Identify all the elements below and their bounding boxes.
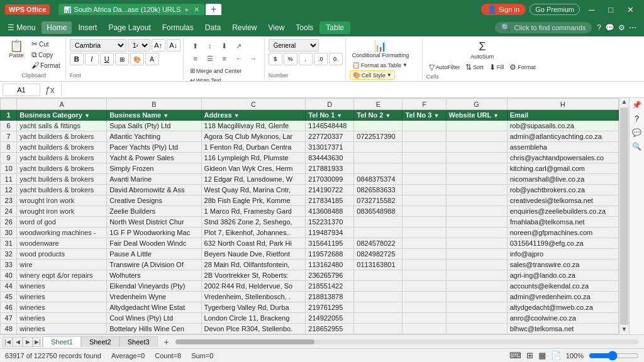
percent-btn[interactable]: %: [284, 53, 297, 65]
comma-btn[interactable]: ,: [299, 53, 313, 65]
cell-d[interactable]: 113162480: [306, 260, 354, 270]
cell-d[interactable]: 227720337: [306, 131, 354, 142]
table-row[interactable]: 9yacht builders & brokersYacht & Power S…: [1, 153, 619, 163]
cell-e[interactable]: [354, 270, 402, 281]
cell-g[interactable]: [446, 185, 507, 195]
row-number[interactable]: 45: [1, 292, 17, 302]
cell-e[interactable]: 0824982725: [354, 249, 402, 260]
cell-f[interactable]: [402, 153, 446, 163]
document-tab[interactable]: 📊 South Africa Da...ase (120k) URLS ● ✕: [58, 4, 204, 15]
cell-f[interactable]: [402, 238, 446, 249]
cell-h[interactable]: enquiries@zeeliebuilders.co.za: [507, 206, 618, 217]
sheet-nav-next[interactable]: ▶: [23, 337, 33, 347]
table-row[interactable]: 44wineriesEikendal Vineyards (Pty)2002 R…: [1, 281, 619, 292]
format-as-table-button[interactable]: 📋 Format as Table ▼: [350, 61, 410, 69]
cell-e[interactable]: 0722517390: [354, 131, 402, 142]
sheet-tab-1[interactable]: Sheet1: [43, 336, 81, 347]
cell-b[interactable]: Supa Sails (Pty) Ltd: [107, 121, 201, 131]
sheet-tab-2[interactable]: Sheet2: [81, 336, 119, 347]
cell-h[interactable]: noreen@gfpmachines.com: [507, 228, 618, 238]
right-panel-icon-3[interactable]: 💬: [632, 128, 641, 137]
cell-h[interactable]: creativedesi@telkomsa.net: [507, 195, 618, 206]
cell-h[interactable]: fmahlaba@telkomsa.net: [507, 217, 618, 228]
cell-e[interactable]: [354, 217, 402, 228]
cell-b[interactable]: Creative Designs: [107, 195, 201, 206]
right-panel-icon-4[interactable]: 🔍: [632, 142, 641, 151]
cell-e[interactable]: [354, 292, 402, 302]
cell-b[interactable]: Fair Deal Wooden Windc: [107, 238, 201, 249]
row-number[interactable]: 44: [1, 281, 17, 292]
align-middle-btn[interactable]: ↕: [203, 40, 217, 52]
cell-a[interactable]: wineries: [17, 324, 107, 334]
cell-d[interactable]: 218551422: [306, 281, 354, 292]
cell-c[interactable]: 1 Fenton Rd, Durban Centra: [201, 142, 306, 153]
cell-a[interactable]: yacht builders & brokers: [17, 142, 107, 153]
table-row[interactable]: 32wood productsPause A LittleBeyers Naud…: [1, 249, 619, 260]
cell-a[interactable]: yacht builders & brokers: [17, 174, 107, 185]
cell-f[interactable]: [402, 195, 446, 206]
cell-e[interactable]: 0824578022: [354, 238, 402, 249]
cell-c[interactable]: Plot 7, Eikenhof, Johannes..: [201, 228, 306, 238]
tab-view[interactable]: View: [264, 21, 290, 34]
cell-c[interactable]: R310 Baden Powell Dve, Ste: [201, 334, 306, 335]
header-cell-b[interactable]: Business Name ▼: [107, 110, 201, 121]
cell-a[interactable]: wineries: [17, 292, 107, 302]
cell-h[interactable]: 0315641199@efg.co.za: [507, 238, 618, 249]
restore-button[interactable]: □: [603, 5, 618, 14]
cell-g[interactable]: [446, 238, 507, 249]
wrap-text-button[interactable]: ↩ Wrap Text: [187, 76, 245, 82]
cell-b[interactable]: North West District Chur: [107, 217, 201, 228]
cell-g[interactable]: [446, 302, 507, 313]
cell-c[interactable]: 118 Macgillivray Rd, Glenfe: [201, 121, 306, 131]
row-number[interactable]: 26: [1, 217, 17, 228]
tab-tools[interactable]: Tools: [291, 21, 318, 34]
cell-f[interactable]: [402, 260, 446, 270]
cell-c[interactable]: 632 North Coast Rd, Park Hi: [201, 238, 306, 249]
row-number[interactable]: 33: [1, 260, 17, 270]
cell-d[interactable]: 313017371: [306, 142, 354, 153]
cell-b[interactable]: David Abromowitz & Ass: [107, 185, 201, 195]
header-cell-a[interactable]: Business Category ▼: [17, 110, 107, 121]
row-number[interactable]: 9: [1, 153, 17, 163]
ellipsis-icon[interactable]: ⋯: [629, 23, 636, 32]
cell-a[interactable]: yacht builders & brokers: [17, 131, 107, 142]
cell-g[interactable]: [446, 142, 507, 153]
table-row[interactable]: 48wineriesBottelary Hills Wine CenDevon …: [1, 324, 619, 334]
cell-g[interactable]: [446, 281, 507, 292]
header-cell-f[interactable]: Tel No 3 ▼: [402, 110, 446, 121]
minimize-button[interactable]: ─: [584, 5, 599, 14]
row-number[interactable]: 7: [1, 131, 17, 142]
cell-g[interactable]: [446, 217, 507, 228]
cell-c[interactable]: 2B Voortrekker St, Roberts:: [201, 270, 306, 281]
cell-b[interactable]: Zeelie Builders: [107, 206, 201, 217]
cell-e[interactable]: [354, 302, 402, 313]
cell-f[interactable]: [402, 270, 446, 281]
cell-e[interactable]: 0848375374: [354, 174, 402, 185]
cell-e[interactable]: [354, 324, 402, 334]
cell-e[interactable]: [354, 121, 402, 131]
cell-c[interactable]: 28 Main Rd, Olifantsfontein,: [201, 260, 306, 270]
tab-insert[interactable]: Insert: [73, 21, 102, 34]
data-header-row[interactable]: 1 Business Category ▼ Business Name ▼ Ad…: [1, 110, 619, 121]
grid-view-icon[interactable]: ⊞: [526, 351, 533, 360]
cell-h[interactable]: accounts@eikendal.co.za: [507, 281, 618, 292]
cell-g[interactable]: [446, 206, 507, 217]
search-box[interactable]: 🔍 Click to find commands: [495, 22, 592, 33]
row-number[interactable]: 12: [1, 185, 17, 195]
cell-g[interactable]: [446, 174, 507, 185]
cell-a[interactable]: wineries: [17, 334, 107, 335]
cell-c[interactable]: Beyers Naude Dve, Rietfont: [201, 249, 306, 260]
zoom-slider[interactable]: [589, 351, 639, 361]
table-row[interactable]: 24wrought iron workZeelie Builders1 Marc…: [1, 206, 619, 217]
text-angle-btn[interactable]: ↗: [232, 40, 246, 52]
format-button[interactable]: ⚙ Format: [507, 62, 538, 72]
right-panel-icon-1[interactable]: 📌: [632, 101, 641, 109]
tab-page-layout[interactable]: Page Layout: [103, 21, 155, 34]
cell-a[interactable]: wire: [17, 260, 107, 270]
sort-button[interactable]: ⇅ Sort: [463, 62, 486, 72]
cell-c[interactable]: 2002 R44 Rd, Heldervue, So: [201, 281, 306, 292]
cell-c[interactable]: 28b Fish Eagle Prk, Komme: [201, 195, 306, 206]
cell-f[interactable]: [402, 217, 446, 228]
font-name-select[interactable]: Cambria: [70, 39, 126, 52]
cell-e[interactable]: [354, 228, 402, 238]
